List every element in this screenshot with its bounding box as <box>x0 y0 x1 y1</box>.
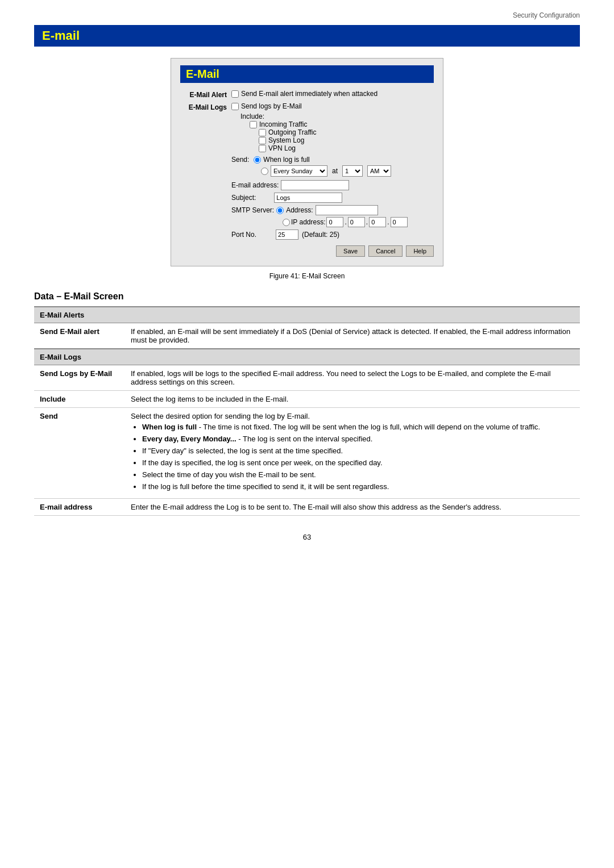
hour-select[interactable]: 1234 5678 9101112 <box>342 165 363 177</box>
table-row: SendSelect the desired option for sendin… <box>34 408 580 499</box>
send-when-full-label: When log is full <box>263 156 309 164</box>
email-alert-label: E-Mail Alert <box>180 90 231 99</box>
ip-octet-1[interactable] <box>326 217 343 227</box>
email-logs-content: Send logs by E-Mail Include: Incoming Tr… <box>231 102 434 240</box>
field-label: Send E-Mail alert <box>34 323 125 349</box>
port-input[interactable] <box>276 229 298 240</box>
figure-caption: Figure 41: E-Mail Screen <box>34 272 580 280</box>
help-button[interactable]: Help <box>406 245 434 257</box>
smtp-ip-row: IP address: . . . <box>283 217 434 227</box>
subject-input[interactable] <box>274 193 342 203</box>
email-alert-checkbox-label[interactable]: Send E-mail alert immediately when attac… <box>231 90 434 98</box>
system-log-checkbox[interactable] <box>259 137 266 144</box>
system-log-label[interactable]: System Log <box>259 136 434 144</box>
send-every-sunday-radio[interactable] <box>261 168 268 175</box>
port-row: Port No. (Default: 25) <box>231 229 434 240</box>
incoming-traffic-label[interactable]: Incoming Traffic <box>250 120 434 128</box>
ampm-select[interactable]: AM PM <box>367 165 391 177</box>
smtp-label: SMTP Server: <box>231 206 274 214</box>
table-row: Send Logs by E-MailIf enabled, logs will… <box>34 365 580 391</box>
table-section-header: E-Mail Alerts <box>34 307 580 323</box>
outgoing-traffic-checkbox[interactable] <box>259 129 266 136</box>
smtp-ip-radio[interactable] <box>283 219 290 226</box>
smtp-section: SMTP Server: Address: IP address: . . . <box>231 205 434 227</box>
list-item: When log is full - The time is not fixed… <box>142 423 574 431</box>
page-header: Security Configuration <box>34 11 580 19</box>
email-alert-row: E-Mail Alert Send E-mail alert immediate… <box>180 90 434 99</box>
section-title-bar: E-mail <box>34 25 580 47</box>
data-section-title: Data – E-Mail Screen <box>34 291 580 302</box>
email-logs-label: E-Mail Logs <box>180 102 231 111</box>
send-section: Send: When log is full Every Sunday Ever… <box>231 156 434 177</box>
list-item: If "Every day" is selected, the log is s… <box>142 446 574 455</box>
field-content: Select the desired option for sending th… <box>125 408 580 499</box>
field-content: Enter the E-mail address the Log is to b… <box>125 499 580 516</box>
smtp-ip-label: IP address: <box>291 218 325 226</box>
table-section-header: E-Mail Logs <box>34 349 580 365</box>
email-logs-row: E-Mail Logs Send logs by E-Mail Include:… <box>180 102 434 240</box>
page-number: 63 <box>34 533 580 541</box>
send-schedule-select[interactable]: Every Sunday Every Monday Every Tuesday … <box>271 165 327 177</box>
smtp-address-label: Address: <box>286 206 313 214</box>
field-content: Select the log items to be included in t… <box>125 391 580 408</box>
email-alert-checkbox[interactable] <box>231 90 239 98</box>
ip-octet-4[interactable] <box>391 217 408 227</box>
list-item: If the day is specified, the log is sent… <box>142 458 574 467</box>
ip-octet-2[interactable] <box>348 217 365 227</box>
field-label: Send <box>34 408 125 499</box>
list-item: Every day, Every Monday... - The log is … <box>142 435 574 443</box>
outgoing-traffic-label[interactable]: Outgoing Traffic <box>259 128 434 136</box>
panel-title: E-Mail <box>180 65 434 83</box>
subject-label: Subject: <box>231 194 256 202</box>
field-label: Send Logs by E-Mail <box>34 365 125 391</box>
field-label: Include <box>34 391 125 408</box>
email-panel: E-Mail E-Mail Alert Send E-mail alert im… <box>171 58 443 266</box>
port-default: (Default: 25) <box>302 231 339 239</box>
vpn-log-checkbox[interactable] <box>259 145 266 152</box>
send-when-full-radio[interactable] <box>254 156 261 164</box>
table-row: Send E-Mail alertIf enabled, an E-mail w… <box>34 323 580 349</box>
list-item: If the log is full before the time speci… <box>142 482 574 491</box>
send-radio-row2: Every Sunday Every Monday Every Tuesday … <box>261 165 434 177</box>
send-radio-row1: Send: When log is full <box>231 156 434 164</box>
save-button[interactable]: Save <box>336 245 365 257</box>
smtp-address-radio[interactable] <box>276 207 284 214</box>
email-address-input[interactable] <box>281 180 349 190</box>
email-address-row: E-mail address: <box>231 180 434 190</box>
incoming-traffic-checkbox[interactable] <box>250 121 257 128</box>
field-content: If enabled, logs will be logs to the spe… <box>125 365 580 391</box>
send-logs-checkbox[interactable] <box>231 103 239 110</box>
table-row: IncludeSelect the log items to be includ… <box>34 391 580 408</box>
email-alert-content: Send E-mail alert immediately when attac… <box>231 90 434 98</box>
send-logs-checkbox-label[interactable]: Send logs by E-Mail <box>231 102 434 110</box>
at-label: at <box>332 167 338 175</box>
table-row: E-mail addressEnter the E-mail address t… <box>34 499 580 516</box>
list-item: Select the time of day you wish the E-ma… <box>142 470 574 479</box>
include-label: Include: <box>240 112 264 120</box>
vpn-log-label[interactable]: VPN Log <box>259 144 434 152</box>
smtp-address-row: SMTP Server: Address: <box>231 205 434 215</box>
section-title: E-mail <box>42 28 80 43</box>
cancel-button[interactable]: Cancel <box>368 245 403 257</box>
smtp-address-input[interactable] <box>316 205 378 215</box>
data-table: E-Mail AlertsSend E-Mail alertIf enabled… <box>34 306 580 516</box>
port-label: Port No. <box>231 231 256 239</box>
field-label: E-mail address <box>34 499 125 516</box>
ip-octet-3[interactable] <box>369 217 386 227</box>
header-text: Security Configuration <box>513 11 580 19</box>
field-content: If enabled, an E-mail will be sent immed… <box>125 323 580 349</box>
panel-buttons: Save Cancel Help <box>180 245 434 257</box>
email-address-label: E-mail address: <box>231 181 279 189</box>
subject-row: Subject: <box>231 193 434 203</box>
include-section: Include: Incoming Traffic Outgoing Traff… <box>240 112 434 152</box>
